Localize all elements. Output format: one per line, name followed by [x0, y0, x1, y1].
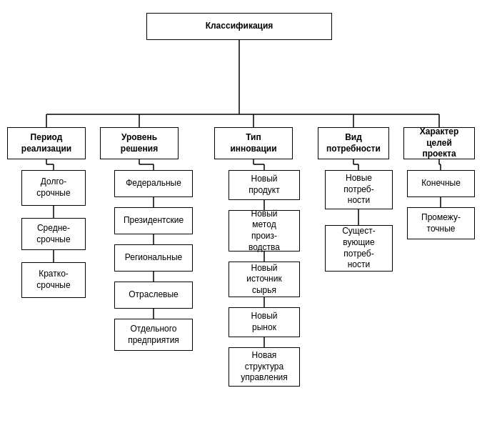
item-new-needs: Новыепотреб-ности: [325, 170, 393, 209]
item-federal: Федеральные: [114, 170, 193, 197]
diagram-container: Классификация Периодреализации Долго-сро…: [0, 0, 482, 448]
header-period: Периодреализации: [7, 127, 86, 159]
item-presidential: Президентские: [114, 207, 193, 234]
item-short-term: Кратко-срочные: [21, 262, 86, 298]
item-new-market: Новыйрынок: [229, 307, 300, 337]
header-type: Типинновации: [214, 127, 293, 159]
item-new-method: Новыйметодпроиз-водства: [229, 210, 300, 252]
item-mid-term: Средне-срочные: [21, 218, 86, 250]
item-new-source: Новыйисточниксырья: [229, 262, 300, 297]
item-new-product: Новыйпродукт: [229, 170, 300, 200]
root-box: Классификация: [146, 13, 332, 40]
header-goals: Характерцелей проекта: [403, 127, 475, 159]
item-intermediate: Промежу-точные: [407, 207, 475, 239]
item-existing-needs: Сущест-вующиепотреб-ности: [325, 225, 393, 272]
item-long-term: Долго-срочные: [21, 170, 86, 206]
item-regional: Региональные: [114, 244, 193, 272]
header-level: Уровеньрешения: [100, 127, 179, 159]
header-need: Видпотребности: [318, 127, 389, 159]
item-final: Конечные: [407, 170, 475, 197]
item-industry: Отраслевые: [114, 282, 193, 309]
item-new-structure: Новаяструктурауправления: [229, 347, 300, 387]
item-enterprise: Отдельногопредприятия: [114, 319, 193, 351]
